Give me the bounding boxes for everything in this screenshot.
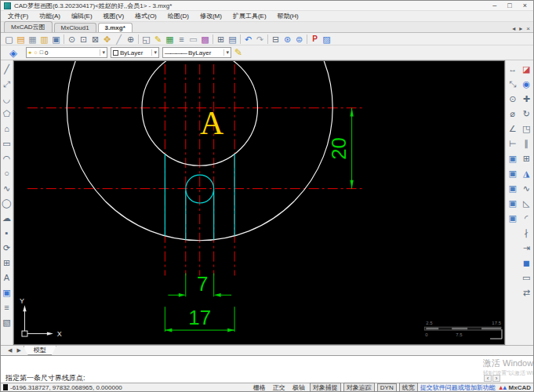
chamfer-icon[interactable]: ◺ xyxy=(520,196,532,211)
paste-block-icon[interactable]: ▣ xyxy=(507,196,519,211)
menu-function[interactable]: 功能(A) xyxy=(34,12,66,20)
block-edit-icon[interactable]: ⟳ xyxy=(1,241,13,256)
menu-draw[interactable]: 绘图(D) xyxy=(162,12,194,20)
minimize-button[interactable]: – xyxy=(492,2,496,10)
draw-edit-icon[interactable]: ✎ xyxy=(152,34,164,45)
menu-modify[interactable]: 修改(M) xyxy=(194,12,227,20)
break-icon[interactable]: ∤ xyxy=(520,226,532,241)
drawing-canvas[interactable]: 20 7 17 xyxy=(14,61,504,344)
layer-select[interactable]: ● ☼ □ 0 ▾ xyxy=(26,47,107,58)
export-pdf-icon[interactable]: P xyxy=(309,34,321,45)
menu-edit[interactable]: 编辑(E) xyxy=(66,12,98,20)
draw-spline-icon[interactable]: ∿ xyxy=(1,181,13,196)
layout-next-icon[interactable]: ▶ xyxy=(14,347,23,354)
pan-icon[interactable]: ✥ xyxy=(101,34,113,45)
publish-web-icon[interactable]: ⊛ xyxy=(282,34,293,45)
dim-aligned-icon[interactable]: ⤡ xyxy=(507,77,519,92)
text-content-icon[interactable]: ≡ xyxy=(176,34,187,45)
mirror-icon[interactable]: ◮ xyxy=(520,166,532,181)
draw-ellipse-icon[interactable]: ◯ xyxy=(1,196,13,211)
layout-prev-icon[interactable]: ◀ xyxy=(5,347,14,354)
dim-continue-icon[interactable]: ⊢ xyxy=(507,136,519,151)
copy-clip-icon[interactable]: ▣ xyxy=(507,151,519,166)
menu-view[interactable]: 视图(V) xyxy=(98,12,130,20)
menu-format[interactable]: 格式(O) xyxy=(129,12,162,20)
table-icon[interactable]: ▦ xyxy=(164,34,176,45)
offset-icon[interactable]: ∥ xyxy=(520,136,532,151)
draw-point-icon[interactable]: ▪ xyxy=(1,226,13,241)
dimension-20[interactable]: 20 xyxy=(328,108,354,189)
print-icon[interactable]: ⊟ xyxy=(270,34,282,45)
dim-radius-icon[interactable]: ⊙ xyxy=(507,92,519,107)
solid-3d-icon[interactable]: ◼ xyxy=(520,256,532,270)
fillet-icon[interactable]: ◜ xyxy=(520,211,532,226)
dim-diameter-icon[interactable]: ⌀ xyxy=(507,107,519,122)
zoom-extents-icon[interactable]: ⊙ xyxy=(66,34,78,45)
insert-block-icon[interactable]: ⊞ xyxy=(1,256,13,270)
save-file-icon[interactable]: ▣ xyxy=(50,34,62,45)
tab-mxcad-cloud[interactable]: MxCAD云图 xyxy=(4,21,53,32)
new-file-icon[interactable]: ▢ xyxy=(3,34,15,45)
rotate-icon[interactable]: ↻ xyxy=(520,107,532,122)
dim-angular-icon[interactable]: ∠ xyxy=(507,122,519,136)
open-drawing-icon[interactable]: ▤ xyxy=(15,34,27,45)
move-icon[interactable]: ✚ xyxy=(520,92,532,107)
tab-close-icon[interactable]: × xyxy=(526,25,530,32)
draw-revcloud-icon[interactable]: ☁ xyxy=(1,211,13,226)
open-folder-icon[interactable]: ▥ xyxy=(38,34,50,45)
save-drawing-icon[interactable]: ▦ xyxy=(27,34,38,45)
color-select[interactable]: ByLayer ▾ xyxy=(111,47,159,58)
drawing-viewport[interactable]: 20 7 17 xyxy=(13,60,505,345)
rectangle-edit-icon[interactable]: ▭ xyxy=(520,270,532,285)
menu-ext-tools[interactable]: 扩展工具(E) xyxy=(227,12,272,20)
trim-icon[interactable]: ⇥ xyxy=(520,241,532,256)
undo-icon[interactable]: ↶ xyxy=(242,34,254,45)
network-share-icon[interactable]: ⊜ xyxy=(293,34,305,45)
insert-image-icon[interactable]: ▣ xyxy=(1,285,13,300)
redo-icon[interactable]: ↷ xyxy=(254,34,266,45)
menu-file[interactable]: 文件(F) xyxy=(2,12,34,20)
layers-icon[interactable]: ◈ xyxy=(4,47,23,59)
paste-clip-icon[interactable]: ▣ xyxy=(507,181,519,196)
block-window-icon[interactable]: ⊞ xyxy=(215,34,227,45)
cut-clip-icon[interactable]: ▣ xyxy=(507,166,519,181)
dimension-17[interactable]: 17 xyxy=(165,307,234,332)
scroll-left-icon[interactable]: ‹ xyxy=(484,375,492,382)
hole-label[interactable]: A xyxy=(200,106,223,142)
zoom-window-icon[interactable]: ⊡ xyxy=(78,34,89,45)
maximize-button[interactable]: □ xyxy=(507,2,511,10)
measure-line-icon[interactable]: ╱ xyxy=(113,34,125,45)
centerlines[interactable] xyxy=(27,64,363,276)
draw-text-icon[interactable]: A xyxy=(1,270,13,285)
scroll-right-icon[interactable]: › xyxy=(492,375,500,382)
export-image-icon[interactable]: ▨ xyxy=(321,34,332,45)
color-palette-icon[interactable]: ▩ xyxy=(199,34,211,45)
menu-help[interactable]: 帮助(H) xyxy=(272,12,304,20)
draw-polygon-icon[interactable]: ⬠ xyxy=(1,107,13,122)
zoom-rect-icon[interactable]: ◱ xyxy=(140,34,152,45)
tab-model[interactable]: 模型 xyxy=(24,346,56,355)
layer-save-icon[interactable]: ▤ xyxy=(227,34,238,45)
dimension-7[interactable]: 7 xyxy=(168,273,231,296)
draw-line-icon[interactable]: ╱ xyxy=(1,62,13,77)
draw-hatch-icon[interactable]: ▧ xyxy=(1,315,13,330)
tab-scroll-right-icon[interactable]: ▸ xyxy=(519,25,522,32)
scale-icon[interactable]: ◳ xyxy=(520,122,532,136)
pencil-icon[interactable]: ✎ xyxy=(234,47,242,58)
command-hscrollbar[interactable]: ‹ › xyxy=(484,375,500,382)
draw-mtext-icon[interactable]: ≡ xyxy=(1,300,13,315)
command-window[interactable]: 指定第一条尺寸界线原点: 指定第二条尺寸界线原点: 指定尺寸线位置: 命令: 激… xyxy=(1,355,533,383)
edit-spline-icon[interactable]: ∿ xyxy=(520,181,532,196)
new-sheet-icon[interactable]: ▭ xyxy=(187,34,199,45)
draw-circle-icon[interactable]: ○ xyxy=(1,166,13,181)
copy-icon[interactable]: ◉ xyxy=(520,77,532,92)
array-icon[interactable]: ⊞ xyxy=(520,151,532,166)
draw-curve-icon[interactable]: ◠ xyxy=(1,151,13,166)
match-properties-icon[interactable]: ▣ xyxy=(507,211,519,226)
tab-3mxg-active[interactable]: 3.mxg* xyxy=(98,23,133,32)
draw-polyline-icon[interactable]: ⤢ xyxy=(1,77,13,92)
close-button[interactable]: × xyxy=(523,2,527,10)
zoom-in-icon[interactable]: ⊕ xyxy=(125,34,136,45)
draw-polygon2-icon[interactable]: ⌂ xyxy=(1,122,13,136)
draw-arc-icon[interactable]: ◡ xyxy=(1,92,13,107)
